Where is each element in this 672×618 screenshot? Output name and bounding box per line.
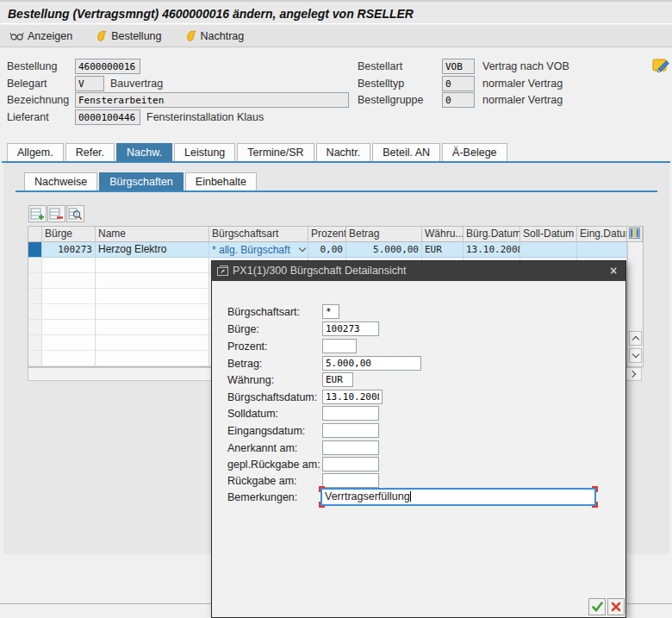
sap-window: Bestellung (Vertragsmngt) 4600000016 änd… <box>0 0 672 618</box>
sub-tab-underline <box>16 190 657 192</box>
scroll-down-button[interactable] <box>629 348 642 363</box>
cell-eing-datum <box>577 242 627 258</box>
cell-betrag: 5.000,00 <box>346 242 422 258</box>
bemerkungen-input[interactable]: Verrtragserfüllung <box>320 488 596 506</box>
buergschaftsdatum-input[interactable] <box>322 390 383 404</box>
header-name: Name <box>96 227 209 242</box>
table-header-row: Bürge Name Bürgschaftsart Prozent Betrag… <box>28 227 643 242</box>
cell-soll-datum <box>520 242 577 258</box>
bestelltyp-field[interactable] <box>442 76 475 91</box>
nachtrag-button[interactable]: Nachtrag <box>184 28 247 44</box>
cancel-button[interactable] <box>607 598 625 615</box>
tab-refer[interactable]: Refer. <box>65 143 115 161</box>
table-row[interactable]: 100273 Herzog Elektro * allg. Bürgschaft… <box>28 242 643 258</box>
table-vertical-scrollbar[interactable] <box>627 242 643 366</box>
waehrung-input[interactable] <box>322 372 353 387</box>
belegart-field[interactable] <box>75 76 104 91</box>
tab-nachtr[interactable]: Nachtr. <box>316 143 371 161</box>
table-config-cell[interactable] <box>627 227 643 242</box>
gepl-rueckgabe-input[interactable] <box>322 457 379 471</box>
dialog-row-anerkannt: Anerkannt am: <box>212 440 625 455</box>
buergschaftsart-input[interactable] <box>322 304 339 319</box>
bestellung-field[interactable] <box>75 59 140 74</box>
cell-waehrung: EUR <box>422 242 464 258</box>
create-doc-icon <box>186 30 197 41</box>
lieferant-field[interactable] <box>75 109 140 125</box>
bestellung-label: Bestellung <box>111 30 161 42</box>
scroll-right-button[interactable] <box>626 369 640 379</box>
anerkannt-am-label: Anerkannt am: <box>227 442 297 454</box>
dialog-titlebar[interactable]: PX1(1)/300 Bürgschaft Detailansicht × <box>212 261 625 281</box>
dialog-row-betrag: Betrag: <box>212 356 625 371</box>
header-buerg-datum: Bürg.Datum <box>464 227 520 242</box>
header-betrag: Betrag <box>346 227 422 242</box>
tab-beteil-an[interactable]: Beteil. AN <box>372 143 440 161</box>
solldatum-input[interactable] <box>322 406 379 421</box>
chevron-down-icon <box>632 351 638 358</box>
dialog-close-button[interactable]: × <box>607 263 620 278</box>
belegart-description: Bauvertrag <box>110 78 163 90</box>
add-row-icon <box>30 208 45 221</box>
tab-allgem[interactable]: Allgem. <box>7 143 64 161</box>
add-row-button[interactable] <box>28 205 47 222</box>
header-soll-datum: Soll-Datum <box>520 227 577 242</box>
bestellung-field-label: Bestellung <box>7 60 57 72</box>
anzeigen-button[interactable]: Anzeigen <box>7 28 75 44</box>
tab-nachw[interactable]: Nachw. <box>116 143 172 161</box>
dialog-row-solldatum: Solldatum: <box>212 406 625 421</box>
search-rows-button[interactable] <box>66 205 84 222</box>
note-edit-icon <box>652 57 670 73</box>
buergschaft-detail-dialog: PX1(1)/300 Bürgschaft Detailansicht × Bü… <box>211 260 626 618</box>
subtab-nachweise[interactable]: Nachweise <box>24 172 97 190</box>
bestellgruppe-field-label: Bestellgruppe <box>358 94 423 106</box>
header-prozent: Prozent <box>308 227 346 242</box>
window-titlebar: Bestellung (Vertragsmngt) 4600000016 änd… <box>0 0 672 24</box>
dialog-row-buergschaftsdatum: Bürgschaftsdatum: <box>212 390 625 404</box>
tab-ae-belege[interactable]: Ä-Belege <box>442 143 507 161</box>
dialog-row-eingangsdatum: Eingangsdatum: <box>212 423 625 438</box>
bestellart-field[interactable] <box>442 59 475 74</box>
close-icon: × <box>610 264 617 278</box>
dialog-row-buergschaftsart: Bürgschaftsart: <box>212 304 625 319</box>
tab-leistung[interactable]: Leistung <box>174 143 235 161</box>
bestellung-button[interactable]: Bestellung <box>94 28 164 44</box>
table-toolbar <box>28 205 84 222</box>
dialog-row-prozent: Prozent: <box>212 339 625 353</box>
chevron-right-icon <box>629 371 636 378</box>
confirm-button[interactable] <box>588 598 606 615</box>
page-title: Bestellung (Vertragsmngt) 4600000016 änd… <box>8 7 414 21</box>
dialog-row-rueckgabe: Rückgabe am: <box>212 473 625 488</box>
buergschaftsart-dropdown[interactable]: * allg. Bürgschaft <box>209 242 308 258</box>
buerge-input[interactable] <box>322 321 379 336</box>
cell-buerge: 100273 <box>42 242 96 258</box>
bestellgruppe-field[interactable] <box>442 92 475 108</box>
prozent-input[interactable] <box>322 339 357 353</box>
eingangsdatum-input[interactable] <box>322 423 379 438</box>
buerge-label: Bürge: <box>227 323 259 335</box>
delete-row-button[interactable] <box>47 205 65 222</box>
texts-note-button[interactable] <box>651 57 670 74</box>
bestellart-description: Vertrag nach VOB <box>482 60 569 72</box>
lieferant-field-label: Lieferant <box>7 111 49 123</box>
waehrung-label: Währung: <box>227 374 274 386</box>
scroll-up-button[interactable] <box>629 331 642 346</box>
tab-termine-sr[interactable]: Termine/SR <box>237 143 314 161</box>
text-cursor <box>410 491 411 502</box>
focus-corner <box>592 502 598 508</box>
bestellgruppe-description: normaler Vertrag <box>482 94 563 106</box>
subtab-einbehalte[interactable]: Einbehalte <box>185 172 257 190</box>
rueckgabe-am-input[interactable] <box>322 473 379 488</box>
belegart-field-label: Belegart <box>7 78 47 90</box>
bemerkungen-value: Verrtragserfüllung <box>325 490 410 503</box>
row-selection-cell[interactable] <box>28 242 42 258</box>
betrag-input[interactable] <box>322 356 421 371</box>
x-icon <box>611 602 621 612</box>
focus-corner <box>319 502 325 508</box>
subtab-buergschaften[interactable]: Bürgschaften <box>99 172 184 190</box>
buergschaftsart-label: Bürgschaftsart: <box>227 306 300 318</box>
anerkannt-am-input[interactable] <box>322 440 379 455</box>
dialog-row-bemerkungen: Bemerkungen: Verrtragserfüllung <box>212 490 625 504</box>
chevron-up-icon <box>632 336 638 343</box>
bezeichnung-field[interactable] <box>75 92 349 108</box>
cell-prozent: 0,00 <box>308 242 346 258</box>
